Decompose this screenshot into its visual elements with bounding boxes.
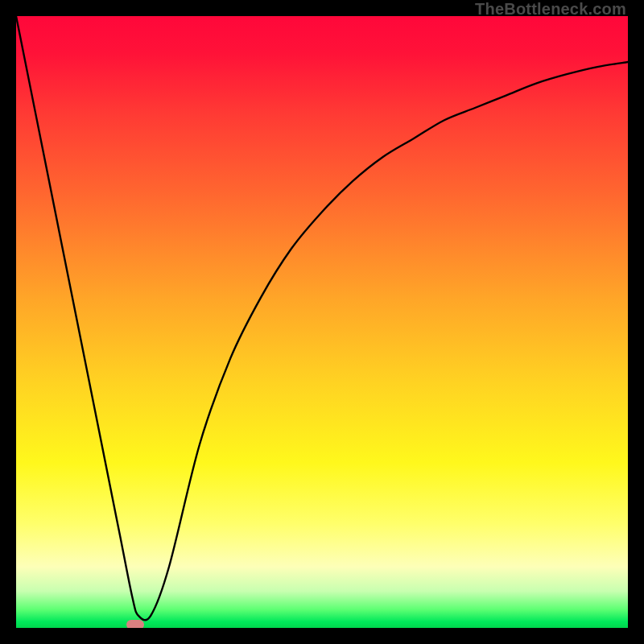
optimum-marker (126, 620, 144, 628)
chart-frame: TheBottleneck.com (0, 0, 644, 644)
plot-area (16, 16, 628, 628)
curve-layer (16, 16, 628, 628)
bottleneck-curve (16, 16, 628, 620)
